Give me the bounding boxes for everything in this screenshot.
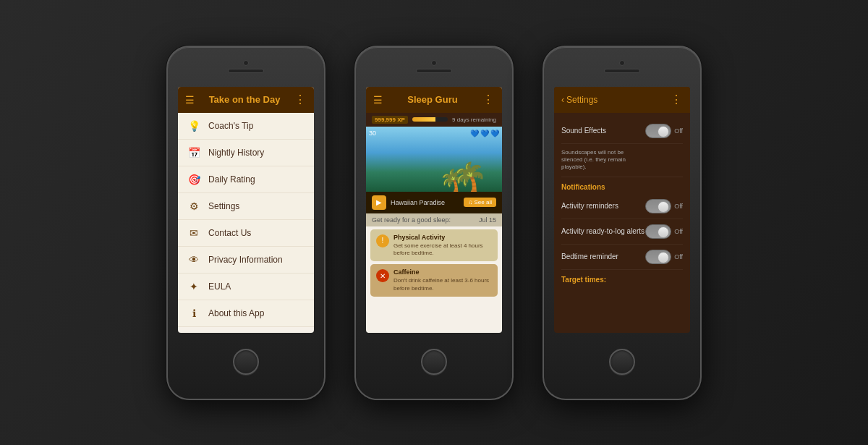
heart-icon-3: 💙 [490,130,499,137]
coachs-tip-label: Coach's Tip [208,121,253,131]
sg-date-text: Get ready for a good sleep: [372,216,451,224]
sound-effects-state: Off [674,127,683,135]
activity-reminders-switch[interactable] [645,199,671,213]
sg-card-physical-content: Physical Activity Get some exercise at l… [393,234,492,258]
nightly-history-icon: 📅 [188,147,200,158]
sg-track-name: Hawaiian Paradise [391,199,459,206]
phone-2-speaker [416,69,452,73]
contact-us-icon: ✉ [188,227,200,239]
menu-dots-icon[interactable]: ⋮ [294,93,307,106]
heart-icon-2: 💙 [480,130,489,137]
target-times-section-title: Target times: [561,270,683,287]
activity-ready-state: Off [674,228,683,235]
sg-see-all-button[interactable]: ♫ See all [464,198,496,207]
sg-track-bar: ▶ Hawaiian Paradise ♫ See all [366,192,502,213]
privacy-label: Privacy Information [208,255,283,265]
menu-item-about[interactable]: ℹ About this App [178,300,314,327]
phone-1-speaker [228,69,264,73]
menu-item-settings[interactable]: ⚙ Settings [178,193,314,220]
activity-ready-switch[interactable] [645,224,671,239]
soundscapes-note: Soundscapes will not be silenced (i.e. t… [561,149,641,171]
settings-label: Settings [208,201,239,211]
notifications-section-title: Notifications [561,177,683,194]
hamburger-icon[interactable]: ☰ [185,94,195,106]
phone-3-home-button[interactable] [609,349,635,375]
sg-xp-bar: 999,999 XP 9 days remaining [366,113,502,127]
sg-hamburger-icon[interactable]: ☰ [373,94,383,106]
menu-item-nightly-history[interactable]: 📅 Nightly History [178,140,314,166]
contact-us-label: Contact Us [208,228,251,238]
sg-dots-icon[interactable]: ⋮ [482,93,495,106]
xp-unit: XP [397,116,405,123]
xp-fill [412,117,435,122]
bedtime-reminder-switch[interactable] [645,250,671,264]
settings-back-button[interactable]: ‹ Settings [561,95,597,105]
sound-effects-switch[interactable] [645,124,671,138]
menu-header: ☰ Take on the Day ⋮ [178,87,314,113]
xp-badge: 999,999 XP [372,116,408,124]
sg-header-title: Sleep Guru [407,94,457,105]
phone-1-home-button[interactable] [233,349,259,375]
eula-label: EULA [208,281,231,292]
activity-ready-label: Activity ready-to-log alerts [561,227,644,235]
menu-header-title: Take on the Day [209,94,281,105]
sg-hearts-icons: 💙 💙 💙 [470,130,499,137]
physical-activity-text: Get some exercise at least 4 hours befor… [393,242,492,258]
activity-reminders-toggle[interactable]: Off [645,199,683,213]
phone-3-bottom [609,333,635,391]
phone-1-top [168,47,324,87]
physical-activity-alert-icon: ! [376,234,389,247]
settings-back-label: Settings [566,95,597,105]
palm-tree-icon-1: 🌴 [451,163,488,192]
sound-effects-label: Sound Effects [561,127,606,135]
phone-1: ☰ Take on the Day ⋮ 💡 Coach's Tip 📅 Nigh… [166,46,326,400]
settings-body: Sound Effects Off Soundscapes will not b… [554,113,690,292]
phone-2-bottom [421,333,447,391]
sg-date-value: Jul 15 [479,216,496,224]
menu-item-eula[interactable]: ✦ EULA [178,274,314,300]
activity-ready-row: Activity ready-to-log alerts Off [561,219,683,245]
daily-rating-icon: 🎯 [188,174,200,185]
sg-play-button[interactable]: ▶ [372,195,386,210]
sg-card-caffeine[interactable]: ✕ Caffeine Don't drink caffeine at least… [370,264,498,297]
caffeine-text: Don't drink caffeine at least 3-6 hours … [393,277,492,292]
phone-3-camera [619,60,625,66]
phone-3-top [544,47,700,87]
phone-1-camera [243,60,249,66]
caffeine-title: Caffeine [393,268,492,276]
activity-ready-toggle[interactable]: Off [645,224,683,239]
sg-card-physical-activity[interactable]: ! Physical Activity Get some exercise at… [370,229,498,262]
menu-body: 💡 Coach's Tip 📅 Nightly History 🎯 Daily … [178,113,314,327]
phone-1-screen: ☰ Take on the Day ⋮ 💡 Coach's Tip 📅 Nigh… [178,87,314,333]
sound-effects-row: Sound Effects Off [561,119,683,144]
menu-item-daily-rating[interactable]: 🎯 Daily Rating [178,166,314,193]
sg-header: ☰ Sleep Guru ⋮ [366,87,502,113]
sound-effects-toggle[interactable]: Off [645,124,683,138]
back-chevron-icon: ‹ [561,95,564,105]
bedtime-reminder-row: Bedtime reminder Off [561,245,683,270]
xp-value: 999,999 [375,116,396,123]
sg-hero-image: 30 💙 💙 💙 🌴 🌴 [366,127,502,192]
bedtime-reminder-toggle[interactable]: Off [645,250,683,264]
menu-item-privacy[interactable]: 👁 Privacy Information [178,247,314,274]
soundscapes-note-row: Soundscapes will not be silenced (i.e. t… [561,144,683,177]
nightly-history-label: Nightly History [208,148,264,158]
xp-progress-bar [412,117,448,122]
sg-date-bar: Get ready for a good sleep: Jul 15 [366,213,502,226]
caffeine-alert-icon: ✕ [376,269,389,282]
heart-icon-1: 💙 [470,130,479,137]
phone-2-home-button[interactable] [421,349,447,375]
settings-dots-icon[interactable]: ⋮ [671,93,683,106]
phone-2-top [356,47,512,87]
daily-rating-label: Daily Rating [208,174,255,185]
menu-item-coachs-tip[interactable]: 💡 Coach's Tip [178,113,314,140]
phone-3-speaker [604,69,640,73]
sg-heart-count: 30 [369,130,376,137]
settings-icon: ⚙ [188,200,200,212]
settings-header: ‹ Settings ⋮ [554,87,690,113]
activity-reminders-row: Activity reminders Off [561,194,683,219]
eula-icon: ✦ [188,281,200,292]
about-icon: ℹ [188,308,200,319]
menu-item-contact-us[interactable]: ✉ Contact Us [178,220,314,247]
phone-2-camera [431,60,437,66]
